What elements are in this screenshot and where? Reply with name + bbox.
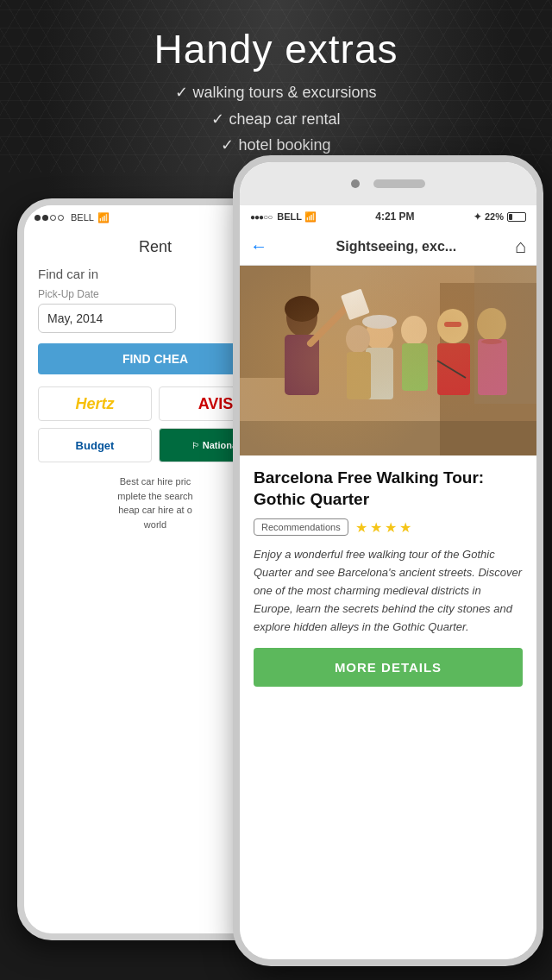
star-3: ★ [385,519,397,536]
image-overlay [240,266,536,455]
home-icon[interactable]: ⌂ [515,236,526,258]
feature-1: ✓ walking tours & excursions [0,79,552,106]
nav-title: Sightseeing, exc... [278,239,515,254]
signal-area: BELL 📶 [34,212,110,223]
feature-list: ✓ walking tours & excursions ✓ cheap car… [0,79,552,159]
pickup-date[interactable]: May, 2014 [38,304,176,333]
back-button[interactable]: ← [250,236,267,256]
wifi-icon-back: 📶 [97,212,110,223]
nav-bar: ← Sightseeing, exc... ⌂ [240,228,536,266]
signal-indicator: ●●●○○ [250,212,272,222]
wifi-icon-front: 📶 [304,211,317,223]
phone-top-hardware [240,162,536,205]
hertz-logo: Hertz [75,395,114,413]
dot1 [34,215,41,221]
phones-container: BELL 📶 4:2 Rent Find car in Pick-Up Date… [0,155,552,980]
star-1: ★ [355,519,367,536]
header-section: Handy extras ✓ walking tours & excursion… [0,26,552,159]
status-left: ●●●○○ BELL 📶 [250,211,317,223]
dot4 [58,215,64,221]
star-rating: ★ ★ ★ ★ [355,519,411,536]
phone-front-inner: ●●●○○ BELL 📶 4:21 PM ✦ 22% ← Sightseeing… [240,162,536,959]
budget-logo-box: Budget [38,428,152,462]
star-4: ★ [399,519,411,536]
star-2: ★ [370,519,382,536]
feature-2: ✓ cheap car rental [0,106,552,133]
dot2 [42,215,48,221]
recommendations-badge: Recommendations [254,518,348,536]
carrier-front: BELL [277,211,302,222]
national-flag-icon: 🏳 [191,441,200,450]
status-right: ✦ 22% [474,211,526,223]
tour-description: Enjoy a wonderful free walking tour of t… [254,546,523,636]
dot3 [50,215,56,221]
hertz-logo-box: Hertz [38,386,152,421]
status-bar-front: ●●●○○ BELL 📶 4:21 PM ✦ 22% [240,205,536,228]
battery-fill [509,214,512,220]
battery-icon [507,212,526,222]
more-details-button[interactable]: MORE DETAILS [254,648,523,687]
speaker-grille [373,179,425,188]
battery-percent: 22% [485,211,504,222]
signal-dots [34,215,64,221]
carrier-back: BELL [71,212,94,223]
tour-title: Barcelona Free Walking Tour: Gothic Quar… [254,468,523,510]
tour-image [240,266,536,455]
phone-front: ●●●○○ BELL 📶 4:21 PM ✦ 22% ← Sightseeing… [233,155,543,966]
time-front: 4:21 PM [375,210,414,223]
avis-logo: AVIS [198,395,234,413]
page-title: Handy extras [0,26,552,72]
recommendations-row: Recommendations ★ ★ ★ ★ [254,518,523,536]
camera-dot [351,179,360,188]
tour-content: Barcelona Free Walking Tour: Gothic Quar… [240,455,536,959]
bluetooth-icon: ✦ [474,211,481,223]
budget-logo: Budget [76,439,115,452]
